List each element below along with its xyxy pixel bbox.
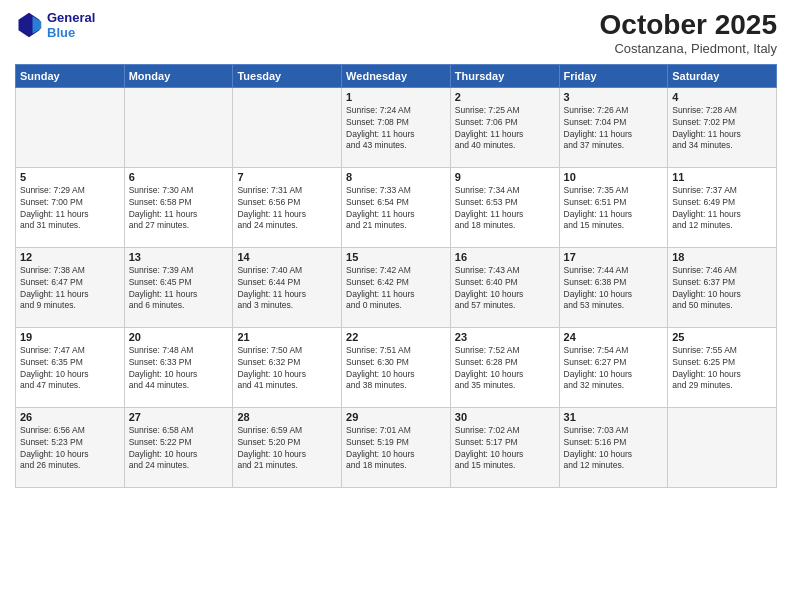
day-info: Sunrise: 7:34 AM Sunset: 6:53 PM Dayligh… <box>455 185 555 233</box>
day-cell: 13Sunrise: 7:39 AM Sunset: 6:45 PM Dayli… <box>124 247 233 327</box>
calendar-body: 1Sunrise: 7:24 AM Sunset: 7:08 PM Daylig… <box>16 87 777 487</box>
day-number: 26 <box>20 411 120 423</box>
day-number: 1 <box>346 91 446 103</box>
day-cell: 3Sunrise: 7:26 AM Sunset: 7:04 PM Daylig… <box>559 87 668 167</box>
day-cell: 19Sunrise: 7:47 AM Sunset: 6:35 PM Dayli… <box>16 327 125 407</box>
day-number: 13 <box>129 251 229 263</box>
calendar-table: Sunday Monday Tuesday Wednesday Thursday… <box>15 64 777 488</box>
day-cell: 20Sunrise: 7:48 AM Sunset: 6:33 PM Dayli… <box>124 327 233 407</box>
day-cell: 5Sunrise: 7:29 AM Sunset: 7:00 PM Daylig… <box>16 167 125 247</box>
day-info: Sunrise: 7:29 AM Sunset: 7:00 PM Dayligh… <box>20 185 120 233</box>
day-number: 2 <box>455 91 555 103</box>
day-number: 12 <box>20 251 120 263</box>
day-info: Sunrise: 7:42 AM Sunset: 6:42 PM Dayligh… <box>346 265 446 313</box>
day-number: 19 <box>20 331 120 343</box>
col-friday: Friday <box>559 64 668 87</box>
day-number: 5 <box>20 171 120 183</box>
day-number: 21 <box>237 331 337 343</box>
day-info: Sunrise: 7:28 AM Sunset: 7:02 PM Dayligh… <box>672 105 772 153</box>
day-info: Sunrise: 7:31 AM Sunset: 6:56 PM Dayligh… <box>237 185 337 233</box>
day-info: Sunrise: 7:46 AM Sunset: 6:37 PM Dayligh… <box>672 265 772 313</box>
day-info: Sunrise: 7:02 AM Sunset: 5:17 PM Dayligh… <box>455 425 555 473</box>
col-tuesday: Tuesday <box>233 64 342 87</box>
day-cell: 2Sunrise: 7:25 AM Sunset: 7:06 PM Daylig… <box>450 87 559 167</box>
day-number: 18 <box>672 251 772 263</box>
day-cell: 14Sunrise: 7:40 AM Sunset: 6:44 PM Dayli… <box>233 247 342 327</box>
day-cell: 31Sunrise: 7:03 AM Sunset: 5:16 PM Dayli… <box>559 407 668 487</box>
day-cell: 4Sunrise: 7:28 AM Sunset: 7:02 PM Daylig… <box>668 87 777 167</box>
day-number: 7 <box>237 171 337 183</box>
day-number: 29 <box>346 411 446 423</box>
week-row-2: 12Sunrise: 7:38 AM Sunset: 6:47 PM Dayli… <box>16 247 777 327</box>
col-saturday: Saturday <box>668 64 777 87</box>
day-cell: 25Sunrise: 7:55 AM Sunset: 6:25 PM Dayli… <box>668 327 777 407</box>
day-number: 30 <box>455 411 555 423</box>
day-cell: 11Sunrise: 7:37 AM Sunset: 6:49 PM Dayli… <box>668 167 777 247</box>
day-number: 14 <box>237 251 337 263</box>
day-cell: 27Sunrise: 6:58 AM Sunset: 5:22 PM Dayli… <box>124 407 233 487</box>
day-cell: 26Sunrise: 6:56 AM Sunset: 5:23 PM Dayli… <box>16 407 125 487</box>
day-cell: 10Sunrise: 7:35 AM Sunset: 6:51 PM Dayli… <box>559 167 668 247</box>
day-cell: 29Sunrise: 7:01 AM Sunset: 5:19 PM Dayli… <box>342 407 451 487</box>
col-monday: Monday <box>124 64 233 87</box>
day-number: 27 <box>129 411 229 423</box>
day-number: 23 <box>455 331 555 343</box>
header: General Blue October 2025 Costanzana, Pi… <box>15 10 777 56</box>
calendar-container: General Blue October 2025 Costanzana, Pi… <box>0 0 792 498</box>
day-info: Sunrise: 7:50 AM Sunset: 6:32 PM Dayligh… <box>237 345 337 393</box>
day-info: Sunrise: 7:26 AM Sunset: 7:04 PM Dayligh… <box>564 105 664 153</box>
calendar-header: Sunday Monday Tuesday Wednesday Thursday… <box>16 64 777 87</box>
day-cell: 23Sunrise: 7:52 AM Sunset: 6:28 PM Dayli… <box>450 327 559 407</box>
day-cell: 9Sunrise: 7:34 AM Sunset: 6:53 PM Daylig… <box>450 167 559 247</box>
day-number: 25 <box>672 331 772 343</box>
day-cell: 8Sunrise: 7:33 AM Sunset: 6:54 PM Daylig… <box>342 167 451 247</box>
day-info: Sunrise: 7:35 AM Sunset: 6:51 PM Dayligh… <box>564 185 664 233</box>
day-number: 22 <box>346 331 446 343</box>
day-cell: 12Sunrise: 7:38 AM Sunset: 6:47 PM Dayli… <box>16 247 125 327</box>
logo: General Blue <box>15 10 95 40</box>
day-number: 8 <box>346 171 446 183</box>
title-block: October 2025 Costanzana, Piedmont, Italy <box>600 10 777 56</box>
month-title: October 2025 <box>600 10 777 41</box>
day-cell: 6Sunrise: 7:30 AM Sunset: 6:58 PM Daylig… <box>124 167 233 247</box>
day-number: 15 <box>346 251 446 263</box>
day-number: 24 <box>564 331 664 343</box>
day-info: Sunrise: 6:56 AM Sunset: 5:23 PM Dayligh… <box>20 425 120 473</box>
day-info: Sunrise: 7:30 AM Sunset: 6:58 PM Dayligh… <box>129 185 229 233</box>
day-info: Sunrise: 7:43 AM Sunset: 6:40 PM Dayligh… <box>455 265 555 313</box>
day-info: Sunrise: 7:54 AM Sunset: 6:27 PM Dayligh… <box>564 345 664 393</box>
day-info: Sunrise: 7:51 AM Sunset: 6:30 PM Dayligh… <box>346 345 446 393</box>
day-number: 3 <box>564 91 664 103</box>
day-cell: 30Sunrise: 7:02 AM Sunset: 5:17 PM Dayli… <box>450 407 559 487</box>
day-info: Sunrise: 7:37 AM Sunset: 6:49 PM Dayligh… <box>672 185 772 233</box>
day-number: 16 <box>455 251 555 263</box>
day-number: 17 <box>564 251 664 263</box>
col-thursday: Thursday <box>450 64 559 87</box>
day-cell: 21Sunrise: 7:50 AM Sunset: 6:32 PM Dayli… <box>233 327 342 407</box>
day-info: Sunrise: 6:59 AM Sunset: 5:20 PM Dayligh… <box>237 425 337 473</box>
week-row-3: 19Sunrise: 7:47 AM Sunset: 6:35 PM Dayli… <box>16 327 777 407</box>
week-row-4: 26Sunrise: 6:56 AM Sunset: 5:23 PM Dayli… <box>16 407 777 487</box>
day-cell: 22Sunrise: 7:51 AM Sunset: 6:30 PM Dayli… <box>342 327 451 407</box>
day-cell: 24Sunrise: 7:54 AM Sunset: 6:27 PM Dayli… <box>559 327 668 407</box>
day-cell: 15Sunrise: 7:42 AM Sunset: 6:42 PM Dayli… <box>342 247 451 327</box>
day-info: Sunrise: 7:03 AM Sunset: 5:16 PM Dayligh… <box>564 425 664 473</box>
col-sunday: Sunday <box>16 64 125 87</box>
day-info: Sunrise: 7:33 AM Sunset: 6:54 PM Dayligh… <box>346 185 446 233</box>
col-wednesday: Wednesday <box>342 64 451 87</box>
day-cell <box>668 407 777 487</box>
day-info: Sunrise: 7:55 AM Sunset: 6:25 PM Dayligh… <box>672 345 772 393</box>
day-info: Sunrise: 6:58 AM Sunset: 5:22 PM Dayligh… <box>129 425 229 473</box>
day-cell: 1Sunrise: 7:24 AM Sunset: 7:08 PM Daylig… <box>342 87 451 167</box>
day-number: 9 <box>455 171 555 183</box>
day-cell <box>233 87 342 167</box>
day-cell: 18Sunrise: 7:46 AM Sunset: 6:37 PM Dayli… <box>668 247 777 327</box>
svg-marker-1 <box>33 16 42 34</box>
day-cell <box>124 87 233 167</box>
day-info: Sunrise: 7:38 AM Sunset: 6:47 PM Dayligh… <box>20 265 120 313</box>
location-subtitle: Costanzana, Piedmont, Italy <box>600 41 777 56</box>
day-number: 6 <box>129 171 229 183</box>
header-row: Sunday Monday Tuesday Wednesday Thursday… <box>16 64 777 87</box>
week-row-0: 1Sunrise: 7:24 AM Sunset: 7:08 PM Daylig… <box>16 87 777 167</box>
day-number: 4 <box>672 91 772 103</box>
